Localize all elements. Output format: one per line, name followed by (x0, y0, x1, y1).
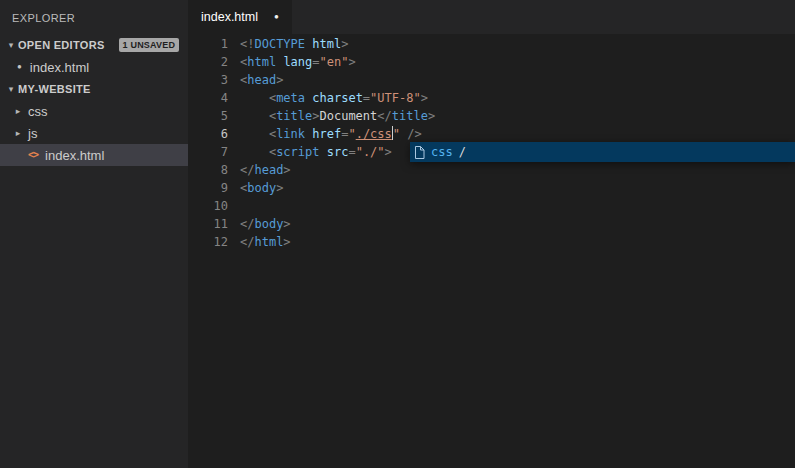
open-editors-label: OPEN EDITORS (18, 39, 105, 51)
file-icon (414, 146, 425, 159)
code-lines: <!DOCTYPE html><html lang="en"><head> <m… (240, 35, 435, 251)
suggest-rest-text: / (459, 145, 466, 159)
sidebar-item-css-folder[interactable]: ▸ css (0, 100, 188, 122)
line-number: 6 (188, 125, 228, 143)
modified-dot-icon: ● (274, 13, 279, 21)
open-editor-file-label: index.html (30, 60, 89, 75)
line-number: 10 (188, 197, 228, 215)
tab-index-html[interactable]: index.html ● (188, 0, 292, 34)
unsaved-count-badge: 1 UNSAVED (119, 38, 180, 52)
line-number: 12 (188, 233, 228, 251)
line-number: 8 (188, 161, 228, 179)
line-number: 1 (188, 35, 228, 53)
code-line[interactable]: </html> (240, 233, 435, 251)
code-line[interactable]: </head> (240, 161, 435, 179)
folder-label-css: css (28, 104, 48, 119)
explorer-sidebar: EXPLORER ▾ OPEN EDITORS 1 UNSAVED ● inde… (0, 0, 188, 468)
code-line[interactable]: <!DOCTYPE html> (240, 35, 435, 53)
tab-bar: index.html ● (188, 0, 795, 34)
line-number: 9 (188, 179, 228, 197)
modified-dot-icon: ● (17, 63, 22, 71)
sidebar-item-index-html[interactable]: <> index.html (0, 144, 188, 166)
line-number: 4 (188, 89, 228, 107)
vscode-window: EXPLORER ▾ OPEN EDITORS 1 UNSAVED ● inde… (0, 0, 795, 468)
sidebar-item-js-folder[interactable]: ▸ js (0, 122, 188, 144)
code-line[interactable]: <script src="./"> (240, 143, 435, 161)
suggest-widget: css / (410, 142, 795, 162)
line-number: 2 (188, 53, 228, 71)
line-number: 3 (188, 71, 228, 89)
code-line[interactable]: <html lang="en"> (240, 53, 435, 71)
open-editor-item-index-html[interactable]: ● index.html (0, 56, 188, 78)
chevron-down-icon: ▾ (4, 40, 18, 50)
line-number: 5 (188, 107, 228, 125)
explorer-title: EXPLORER (0, 0, 188, 34)
code-line[interactable]: <head> (240, 71, 435, 89)
workspace-header[interactable]: ▾ MY-WEBSITE (0, 78, 188, 100)
file-label-index-html: index.html (45, 148, 104, 163)
chevron-down-icon: ▾ (4, 84, 18, 94)
workspace-label: MY-WEBSITE (18, 83, 91, 95)
line-number: 7 (188, 143, 228, 161)
line-number: 11 (188, 215, 228, 233)
code-line[interactable]: <link href="./css" /> (240, 125, 435, 143)
suggest-item-css[interactable]: css / (410, 142, 795, 162)
code-line[interactable]: <title>Document</title> (240, 107, 435, 125)
code-line[interactable] (240, 197, 435, 215)
suggest-match-text: css (431, 145, 453, 159)
html-file-icon: <> (28, 150, 38, 160)
open-editors-header[interactable]: ▾ OPEN EDITORS 1 UNSAVED (0, 34, 188, 56)
chevron-right-icon: ▸ (12, 128, 24, 138)
editor-area: index.html ● 123456789101112 <!DOCTYPE h… (188, 0, 795, 468)
code-line[interactable]: </body> (240, 215, 435, 233)
code-line[interactable]: <meta charset="UTF-8"> (240, 89, 435, 107)
line-numbers: 123456789101112 (188, 35, 228, 251)
code-line[interactable]: <body> (240, 179, 435, 197)
tab-label: index.html (201, 10, 258, 24)
folder-label-js: js (28, 126, 37, 141)
chevron-right-icon: ▸ (12, 106, 24, 116)
